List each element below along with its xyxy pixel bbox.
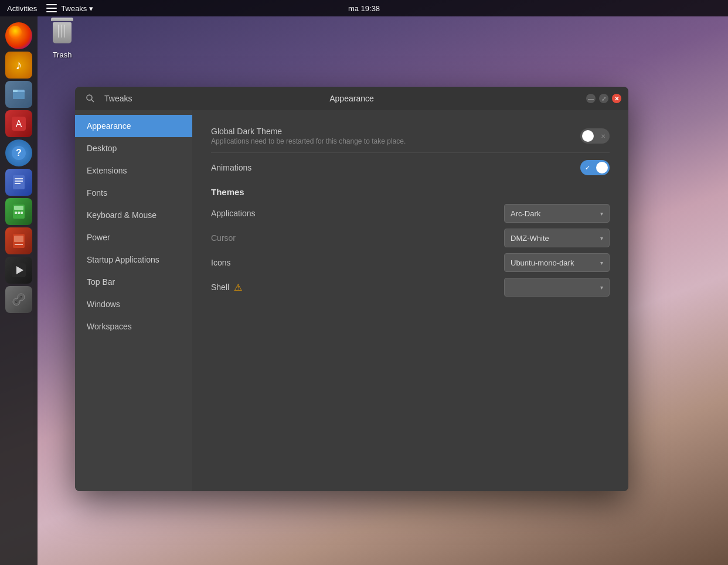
shell-dropdown[interactable]: ▾ xyxy=(504,278,610,297)
global-dark-theme-label: Global Dark Theme xyxy=(211,127,406,136)
global-dark-theme-sublabel: Applications need to be restarted for th… xyxy=(211,137,406,145)
svg-rect-17 xyxy=(14,236,23,242)
tweaks-icon xyxy=(46,4,57,12)
writer-icon xyxy=(11,174,27,190)
sidebar: Appearance Desktop Extensions Fonts Keyb… xyxy=(75,110,192,491)
divider-1 xyxy=(211,152,610,153)
dock-icon-writer[interactable] xyxy=(5,169,32,196)
shell-warning-group: Shell ⚠ xyxy=(211,282,242,293)
applications-dropdown[interactable]: Arc-Dark ▾ xyxy=(504,204,610,223)
shell-row: Shell ⚠ ▾ xyxy=(211,278,610,297)
icons-label: Icons xyxy=(211,258,230,267)
titlebar-app-name: Tweaks xyxy=(104,94,132,103)
minimize-button[interactable]: — xyxy=(586,94,596,103)
tweaks-window: Tweaks Appearance — ⤢ ✕ Appearance Deskt… xyxy=(75,87,628,491)
sidebar-item-top-bar[interactable]: Top Bar xyxy=(75,271,192,293)
svg-rect-13 xyxy=(15,212,17,214)
svg-rect-12 xyxy=(14,206,23,210)
maximize-button[interactable]: ⤢ xyxy=(599,94,608,103)
titlebar-controls: — ⤢ ✕ xyxy=(586,94,621,103)
topbar-left: Activities Tweaks ▾ xyxy=(7,4,93,13)
window-body: Appearance Desktop Extensions Fonts Keyb… xyxy=(75,110,628,491)
animations-label: Animations xyxy=(211,163,251,172)
sidebar-item-windows[interactable]: Windows xyxy=(75,293,192,315)
trash-can-image xyxy=(50,18,74,47)
tweaks-menu-button[interactable]: Tweaks ▾ xyxy=(46,4,93,13)
cursor-row: Cursor DMZ-White ▾ xyxy=(211,229,610,247)
trash-lid xyxy=(51,18,73,21)
svg-rect-7 xyxy=(13,175,25,189)
dock-icon-help[interactable]: ? xyxy=(5,139,32,166)
titlebar: Tweaks Appearance — ⤢ ✕ xyxy=(75,87,628,110)
svg-rect-1 xyxy=(13,92,25,99)
svg-line-27 xyxy=(91,100,94,102)
applications-dropdown-arrow: ▾ xyxy=(600,210,603,217)
sidebar-item-appearance[interactable]: Appearance xyxy=(75,115,192,137)
svg-rect-18 xyxy=(15,244,23,245)
dock-icon-impress[interactable] xyxy=(5,227,32,254)
tweaks-menu-label: Tweaks xyxy=(61,4,87,13)
shell-warning-icon: ⚠ xyxy=(234,282,242,293)
video-icon xyxy=(11,262,27,278)
dock-icon-appstore[interactable]: A xyxy=(5,110,32,137)
titlebar-left: Tweaks xyxy=(82,90,132,107)
animations-toggle[interactable] xyxy=(580,160,610,175)
applications-label: Applications xyxy=(211,209,256,218)
dock-icon-files[interactable] xyxy=(5,81,32,108)
close-button[interactable]: ✕ xyxy=(612,94,621,103)
dock-icon-firefox[interactable] xyxy=(5,22,32,49)
search-icon xyxy=(86,94,95,103)
animations-row: Animations xyxy=(211,160,610,175)
svg-rect-8 xyxy=(15,178,23,179)
sidebar-item-keyboard-mouse[interactable]: Keyboard & Mouse xyxy=(75,204,192,226)
sidebar-item-workspaces[interactable]: Workspaces xyxy=(75,315,192,338)
cursor-dropdown-arrow: ▾ xyxy=(600,235,603,241)
tweaks-menu-arrow: ▾ xyxy=(89,4,93,13)
svg-rect-15 xyxy=(21,212,23,214)
applications-row: Applications Arc-Dark ▾ xyxy=(211,204,610,223)
shell-label: Shell xyxy=(211,282,229,292)
shell-dropdown-arrow: ▾ xyxy=(600,284,603,291)
global-dark-theme-row: Global Dark Theme Applications need to b… xyxy=(211,127,610,145)
content-area: Global Dark Theme Applications need to b… xyxy=(192,110,628,491)
files-icon xyxy=(11,86,27,103)
trash-label: Trash xyxy=(53,50,72,59)
icons-dropdown[interactable]: Ubuntu-mono-dark ▾ xyxy=(504,253,610,272)
appstore-icon: A xyxy=(11,115,27,132)
cursor-value: DMZ-White xyxy=(511,234,549,243)
sidebar-item-extensions[interactable]: Extensions xyxy=(75,159,192,182)
svg-text:?: ? xyxy=(16,148,22,158)
icons-row: Icons Ubuntu-mono-dark ▾ xyxy=(211,253,610,272)
icons-dropdown-arrow: ▾ xyxy=(600,260,603,266)
svg-text:A: A xyxy=(16,119,22,129)
svg-point-26 xyxy=(87,95,92,100)
topbar: Activities Tweaks ▾ ma 19:38 xyxy=(0,0,728,16)
search-button[interactable] xyxy=(82,90,98,107)
dock: ♪ A ? xyxy=(0,16,38,565)
sidebar-item-power[interactable]: Power xyxy=(75,226,192,249)
help-icon: ? xyxy=(11,145,27,161)
svg-rect-10 xyxy=(15,183,21,184)
trash-body xyxy=(53,22,72,43)
icons-value: Ubuntu-mono-dark xyxy=(511,258,574,267)
dock-icon-tools[interactable] xyxy=(5,286,32,313)
impress-icon xyxy=(11,233,27,249)
cursor-label: Cursor xyxy=(211,233,236,243)
titlebar-title: Appearance xyxy=(329,94,374,103)
topbar-datetime: ma 19:38 xyxy=(348,4,380,13)
activities-button[interactable]: Activities xyxy=(7,4,37,13)
trash-desktop-icon[interactable]: Trash xyxy=(50,18,74,59)
themes-heading: Themes xyxy=(211,187,610,197)
sidebar-item-desktop[interactable]: Desktop xyxy=(75,137,192,159)
sidebar-item-startup-applications[interactable]: Startup Applications xyxy=(75,249,192,271)
sidebar-item-fonts[interactable]: Fonts xyxy=(75,182,192,204)
svg-rect-14 xyxy=(18,212,20,214)
dock-icon-rhythmbox[interactable]: ♪ xyxy=(5,52,32,79)
calc-icon xyxy=(11,203,27,220)
svg-rect-9 xyxy=(15,181,23,182)
dock-icon-video[interactable] xyxy=(5,257,32,284)
global-dark-theme-toggle[interactable] xyxy=(580,128,610,144)
dock-icon-calc[interactable] xyxy=(5,198,32,225)
cursor-dropdown[interactable]: DMZ-White ▾ xyxy=(504,229,610,247)
svg-rect-2 xyxy=(13,90,18,92)
